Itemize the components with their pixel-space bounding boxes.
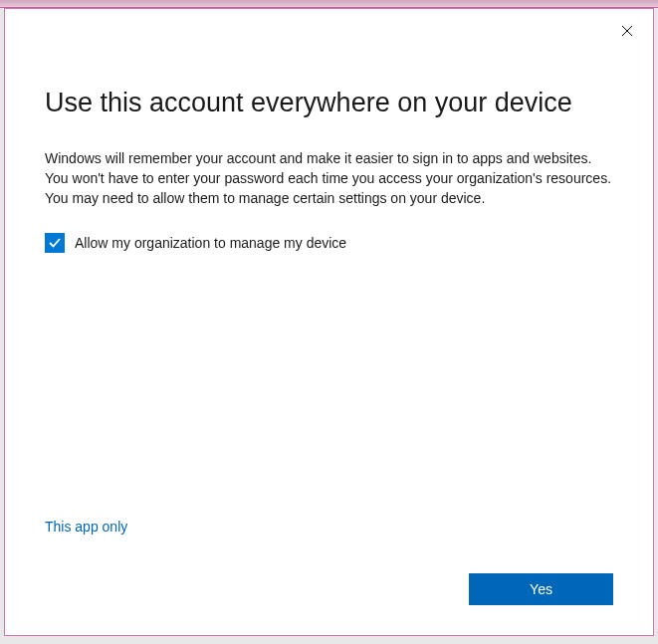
dialog-description: Windows will remember your account and m… [45,148,613,209]
spacer [45,253,613,518]
checkbox-row: Allow my organization to manage my devic… [45,233,613,253]
allow-manage-label[interactable]: Allow my organization to manage my devic… [75,235,346,251]
allow-manage-checkbox[interactable] [45,233,65,253]
account-dialog: Use this account everywhere on your devi… [4,8,654,636]
dialog-title: Use this account everywhere on your devi… [45,87,613,120]
close-icon [621,25,633,37]
browser-tab-strip [0,0,658,8]
checkmark-icon [48,236,62,250]
dialog-content: Use this account everywhere on your devi… [5,9,653,635]
this-app-only-link[interactable]: This app only [45,519,127,535]
close-button[interactable] [615,19,639,43]
button-row: Yes [45,573,613,605]
link-row: This app only [45,518,613,536]
yes-button[interactable]: Yes [469,573,613,605]
